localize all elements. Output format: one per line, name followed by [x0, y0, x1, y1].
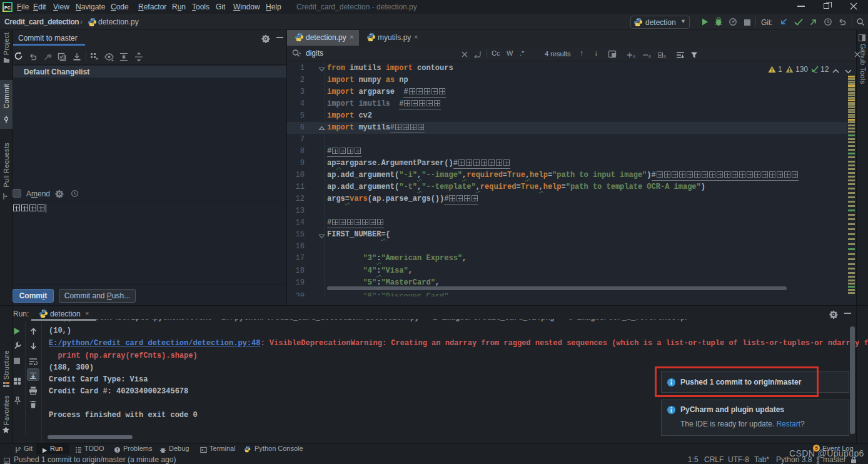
svg-text:II: II [633, 54, 635, 59]
svg-text:II: II [648, 54, 651, 59]
svg-text:II: II [664, 54, 666, 59]
svg-text:PC: PC [4, 6, 11, 10]
